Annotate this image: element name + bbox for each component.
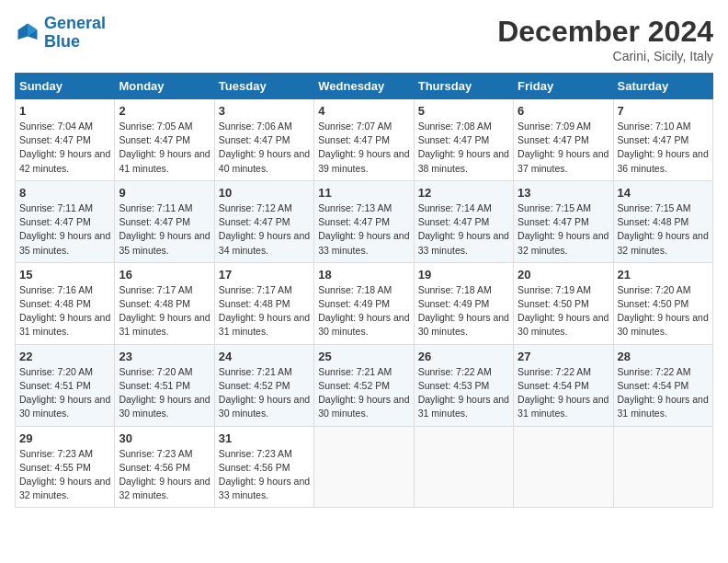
day-info: Sunrise: 7:23 AMSunset: 4:55 PMDaylight:… <box>19 447 110 503</box>
day-number: 26 <box>418 350 509 363</box>
day-info: Sunrise: 7:19 AMSunset: 4:50 PMDaylight:… <box>518 283 609 339</box>
day-number: 14 <box>618 186 709 200</box>
weekday-header: Saturday <box>613 74 712 99</box>
day-number: 5 <box>418 104 509 118</box>
day-number: 24 <box>219 350 310 363</box>
weekday-header: Sunday <box>16 74 115 99</box>
calendar-cell <box>314 426 414 508</box>
day-info: Sunrise: 7:23 AMSunset: 4:56 PMDaylight:… <box>219 447 310 503</box>
logo-text: General Blue <box>44 15 106 52</box>
calendar-cell: 4Sunrise: 7:07 AMSunset: 4:47 PMDaylight… <box>314 99 414 181</box>
weekday-header: Monday <box>115 74 214 99</box>
day-info: Sunrise: 7:21 AMSunset: 4:52 PMDaylight:… <box>219 365 310 421</box>
day-number: 7 <box>618 104 709 118</box>
logo-icon <box>15 20 40 46</box>
day-number: 4 <box>318 104 409 118</box>
day-number: 29 <box>19 431 110 445</box>
month-title: December 2024 <box>497 15 713 49</box>
day-info: Sunrise: 7:11 AMSunset: 4:47 PMDaylight:… <box>119 201 210 258</box>
day-number: 12 <box>418 186 509 200</box>
day-info: Sunrise: 7:06 AMSunset: 4:47 PMDaylight:… <box>219 120 310 176</box>
day-number: 30 <box>119 431 210 445</box>
calendar-cell: 25Sunrise: 7:21 AMSunset: 4:52 PMDayligh… <box>314 344 414 426</box>
calendar-cell: 19Sunrise: 7:18 AMSunset: 4:49 PMDayligh… <box>414 262 513 344</box>
day-number: 11 <box>318 186 409 200</box>
calendar-cell: 12Sunrise: 7:14 AMSunset: 4:47 PMDayligh… <box>414 180 513 262</box>
day-info: Sunrise: 7:12 AMSunset: 4:47 PMDaylight:… <box>219 201 310 258</box>
day-number: 8 <box>19 186 110 200</box>
logo: General Blue <box>15 15 106 52</box>
day-number: 9 <box>119 186 210 200</box>
calendar-cell: 3Sunrise: 7:06 AMSunset: 4:47 PMDaylight… <box>214 99 313 181</box>
day-info: Sunrise: 7:17 AMSunset: 4:48 PMDaylight:… <box>219 283 310 339</box>
day-info: Sunrise: 7:20 AMSunset: 4:50 PMDaylight:… <box>618 283 709 339</box>
calendar-cell: 1Sunrise: 7:04 AMSunset: 4:47 PMDaylight… <box>16 99 115 181</box>
day-info: Sunrise: 7:15 AMSunset: 4:48 PMDaylight:… <box>618 201 709 258</box>
calendar-cell: 29Sunrise: 7:23 AMSunset: 4:55 PMDayligh… <box>16 426 115 508</box>
day-number: 27 <box>518 350 609 363</box>
calendar-cell: 22Sunrise: 7:20 AMSunset: 4:51 PMDayligh… <box>16 344 115 426</box>
calendar-cell: 16Sunrise: 7:17 AMSunset: 4:48 PMDayligh… <box>115 262 214 344</box>
day-number: 6 <box>518 104 609 118</box>
calendar-week-row: 1Sunrise: 7:04 AMSunset: 4:47 PMDaylight… <box>16 99 713 181</box>
calendar-week-row: 22Sunrise: 7:20 AMSunset: 4:51 PMDayligh… <box>16 344 713 426</box>
day-info: Sunrise: 7:18 AMSunset: 4:49 PMDaylight:… <box>318 283 409 339</box>
weekday-header: Wednesday <box>314 74 414 99</box>
title-block: December 2024 Carini, Sicily, Italy <box>497 15 713 63</box>
day-info: Sunrise: 7:17 AMSunset: 4:48 PMDaylight:… <box>119 283 210 339</box>
calendar-cell: 24Sunrise: 7:21 AMSunset: 4:52 PMDayligh… <box>214 344 313 426</box>
calendar-cell: 28Sunrise: 7:22 AMSunset: 4:54 PMDayligh… <box>613 344 712 426</box>
calendar-cell: 26Sunrise: 7:22 AMSunset: 4:53 PMDayligh… <box>414 344 513 426</box>
day-number: 31 <box>219 431 310 445</box>
calendar-cell: 21Sunrise: 7:20 AMSunset: 4:50 PMDayligh… <box>613 262 712 344</box>
calendar-cell: 20Sunrise: 7:19 AMSunset: 4:50 PMDayligh… <box>514 262 613 344</box>
day-number: 21 <box>618 268 709 282</box>
calendar-cell: 30Sunrise: 7:23 AMSunset: 4:56 PMDayligh… <box>115 426 214 508</box>
calendar-week-row: 8Sunrise: 7:11 AMSunset: 4:47 PMDaylight… <box>16 180 713 262</box>
calendar-cell <box>613 426 712 508</box>
calendar-cell: 31Sunrise: 7:23 AMSunset: 4:56 PMDayligh… <box>214 426 313 508</box>
day-number: 20 <box>518 268 609 282</box>
calendar-cell: 14Sunrise: 7:15 AMSunset: 4:48 PMDayligh… <box>613 180 712 262</box>
logo-line1: General <box>44 14 106 32</box>
calendar-cell: 13Sunrise: 7:15 AMSunset: 4:47 PMDayligh… <box>514 180 613 262</box>
page-header: General Blue December 2024 Carini, Sicil… <box>15 15 713 63</box>
day-info: Sunrise: 7:22 AMSunset: 4:54 PMDaylight:… <box>518 365 609 421</box>
calendar-cell: 8Sunrise: 7:11 AMSunset: 4:47 PMDaylight… <box>16 180 115 262</box>
weekday-header: Friday <box>514 74 613 99</box>
calendar-cell: 2Sunrise: 7:05 AMSunset: 4:47 PMDaylight… <box>115 99 214 181</box>
day-number: 10 <box>219 186 310 200</box>
calendar-cell: 5Sunrise: 7:08 AMSunset: 4:47 PMDaylight… <box>414 99 513 181</box>
day-number: 22 <box>19 350 110 363</box>
calendar-week-row: 15Sunrise: 7:16 AMSunset: 4:48 PMDayligh… <box>16 262 713 344</box>
day-info: Sunrise: 7:16 AMSunset: 4:48 PMDaylight:… <box>19 283 110 339</box>
day-number: 28 <box>618 350 709 363</box>
day-number: 13 <box>518 186 609 200</box>
weekday-header: Thursday <box>414 74 513 99</box>
location: Carini, Sicily, Italy <box>497 49 713 63</box>
day-info: Sunrise: 7:08 AMSunset: 4:47 PMDaylight:… <box>418 120 509 176</box>
calendar-week-row: 29Sunrise: 7:23 AMSunset: 4:55 PMDayligh… <box>16 426 713 508</box>
day-number: 15 <box>19 268 110 282</box>
day-info: Sunrise: 7:09 AMSunset: 4:47 PMDaylight:… <box>518 120 609 176</box>
day-number: 18 <box>318 268 409 282</box>
day-info: Sunrise: 7:15 AMSunset: 4:47 PMDaylight:… <box>518 201 609 258</box>
calendar-cell: 27Sunrise: 7:22 AMSunset: 4:54 PMDayligh… <box>514 344 613 426</box>
day-info: Sunrise: 7:18 AMSunset: 4:49 PMDaylight:… <box>418 283 509 339</box>
day-info: Sunrise: 7:21 AMSunset: 4:52 PMDaylight:… <box>318 365 409 421</box>
calendar-cell: 23Sunrise: 7:20 AMSunset: 4:51 PMDayligh… <box>115 344 214 426</box>
calendar-cell: 15Sunrise: 7:16 AMSunset: 4:48 PMDayligh… <box>16 262 115 344</box>
calendar-cell: 11Sunrise: 7:13 AMSunset: 4:47 PMDayligh… <box>314 180 414 262</box>
logo-line2: Blue <box>44 32 80 51</box>
calendar-cell: 18Sunrise: 7:18 AMSunset: 4:49 PMDayligh… <box>314 262 414 344</box>
day-number: 3 <box>219 104 310 118</box>
day-info: Sunrise: 7:14 AMSunset: 4:47 PMDaylight:… <box>418 201 509 258</box>
day-info: Sunrise: 7:04 AMSunset: 4:47 PMDaylight:… <box>19 120 110 176</box>
day-info: Sunrise: 7:10 AMSunset: 4:47 PMDaylight:… <box>618 120 709 176</box>
day-info: Sunrise: 7:23 AMSunset: 4:56 PMDaylight:… <box>119 447 210 503</box>
day-number: 23 <box>119 350 210 363</box>
day-info: Sunrise: 7:20 AMSunset: 4:51 PMDaylight:… <box>119 365 210 421</box>
weekday-header-row: SundayMondayTuesdayWednesdayThursdayFrid… <box>16 74 713 99</box>
day-number: 16 <box>119 268 210 282</box>
day-number: 25 <box>318 350 409 363</box>
